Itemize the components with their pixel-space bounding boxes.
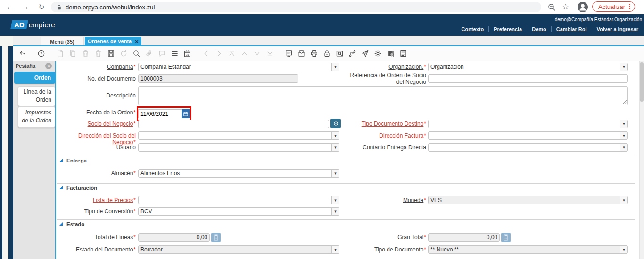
grand-total-input [429,234,499,241]
back-arrow-icon[interactable]: ← [5,1,16,13]
currency-combobox[interactable]: ▾ [428,196,628,204]
overflow-menu-icon[interactable] [629,4,630,9]
price-list-combobox[interactable]: ▾ [138,196,339,204]
forward-arrow-icon[interactable]: → [20,1,31,13]
workflow-icon[interactable] [347,49,357,58]
date-ordered-field[interactable] [137,106,191,121]
undo-icon[interactable] [17,49,27,58]
order-reference-input[interactable] [429,75,627,82]
chevron-down-icon[interactable]: ▾ [620,120,627,128]
partner-location-input[interactable] [139,132,331,139]
header-link-demo[interactable]: Demo [527,26,551,32]
doc-status-input[interactable] [139,246,331,253]
left-rail [0,46,2,259]
doc-status-combobox[interactable]: ▾ [138,245,339,254]
dropship-contact-input[interactable] [429,144,620,151]
sidebar-tab-orden[interactable]: Orden [14,72,55,84]
reload-icon[interactable]: ↻ [36,1,47,13]
description-textarea[interactable] [138,86,628,105]
avatar-icon[interactable] [577,1,588,13]
zoom-across-icon[interactable] [335,49,344,58]
conversion-type-combobox[interactable]: ▾ [138,207,339,216]
target-doc-type-combobox[interactable]: ▾ [428,120,628,128]
grid-toggle-icon[interactable] [170,49,179,58]
chevron-down-icon[interactable]: ▾ [331,132,339,139]
calendar-icon[interactable]: 31 [182,49,192,58]
barcode-icon[interactable] [386,49,395,58]
chevron-down-icon[interactable]: ▾ [620,246,627,253]
date-ordered-input[interactable] [138,109,182,118]
business-partner-search-icon[interactable] [330,119,341,128]
calculator-icon[interactable] [501,233,511,242]
send-icon[interactable] [360,49,370,58]
chevron-down-icon[interactable]: ▾ [331,144,339,151]
warehouse-combobox[interactable]: ▾ [138,169,339,178]
collapse-section-icon[interactable] [59,186,63,189]
partner-location-combobox[interactable]: ▾ [138,131,339,140]
sidebar-tab-linea-de-la-orden[interactable]: Línea de la Orden [18,86,55,106]
order-reference-field[interactable] [428,74,628,83]
organization-combobox[interactable]: ▾ [428,63,628,71]
section-title-estado: Estado [66,221,84,227]
price-list-input[interactable] [139,196,331,204]
organization-input[interactable] [429,63,620,71]
chevron-down-icon[interactable]: ▾ [620,63,627,71]
chevron-down-icon[interactable]: ▾ [331,208,339,215]
business-partner-input[interactable] [139,120,329,128]
target-doc-type-input[interactable] [429,120,620,128]
document-no-input[interactable] [139,75,298,82]
chevron-down-icon[interactable]: ▾ [620,144,627,151]
section-divider [57,183,635,184]
tab-ordenes-de-venta[interactable]: Órdenes de Venta × [85,37,141,46]
collapse-section-icon[interactable] [59,159,63,162]
collapse-sidebar-button[interactable]: « [45,63,52,69]
header-link-volver-a-ingresar[interactable]: Volver a Ingresar [592,26,643,32]
presentation-icon[interactable] [284,49,293,58]
scrollbar-thumb[interactable] [640,62,644,102]
company-input[interactable] [139,63,331,71]
chevron-down-icon[interactable]: ▾ [620,196,627,204]
lock-icon[interactable] [322,49,331,58]
settings-icon[interactable] [373,49,382,58]
calculator-icon[interactable] [211,233,221,242]
dropship-contact-combobox[interactable]: ▾ [428,143,628,152]
close-tab-icon[interactable]: × [135,39,139,45]
sidebar-tab-impuestos-de-la-orden[interactable]: Impuestos de la Orden [18,106,55,128]
find-icon[interactable] [132,49,141,58]
collapsed-panel-rail[interactable] [8,46,13,259]
bookmark-star-icon[interactable]: ☆ [562,2,569,12]
collapse-section-icon[interactable] [59,222,63,226]
svg-text:?: ? [40,51,42,56]
header-link-preferencia[interactable]: Preferencia [489,26,527,32]
conversion-type-input[interactable] [139,208,331,215]
currency-input[interactable] [429,196,620,204]
chevron-down-icon[interactable]: ▾ [331,63,339,71]
user-combobox[interactable]: ▾ [138,143,339,152]
business-partner-field[interactable] [138,120,329,128]
header-link-cambiar-rol[interactable]: Cambiar Rol [552,26,592,32]
save-icon[interactable] [106,49,116,58]
chat-icon [157,49,166,58]
update-button[interactable]: Actualizar [592,1,635,12]
document-type-input[interactable] [429,246,620,253]
address-bar[interactable]: demo.erpya.com/webui/index.zul [51,2,541,12]
document-type-combobox[interactable]: ▾ [428,245,628,254]
chevron-down-icon[interactable]: ▾ [331,196,339,204]
header-link-contexto[interactable]: Contexto [457,26,489,32]
chevron-down-icon[interactable]: ▾ [331,170,339,177]
invoice-location-combobox[interactable]: ▾ [428,131,628,140]
document-no-field[interactable] [138,74,298,83]
chevron-down-icon[interactable]: ▾ [620,132,627,139]
warehouse-input[interactable] [139,170,331,177]
company-combobox[interactable]: ▾ [138,63,339,71]
chevron-down-icon[interactable]: ▾ [331,246,339,253]
help-icon[interactable]: ? [36,49,46,58]
report-icon[interactable] [398,49,408,58]
print-icon[interactable] [309,49,319,58]
user-input[interactable] [139,144,331,151]
invoice-location-input[interactable] [429,132,620,139]
archive-icon[interactable] [297,49,306,58]
calendar-picker-icon[interactable] [182,109,190,118]
tab-menu[interactable]: Menú (35) [41,37,84,46]
zoom-out-icon[interactable] [548,3,556,11]
